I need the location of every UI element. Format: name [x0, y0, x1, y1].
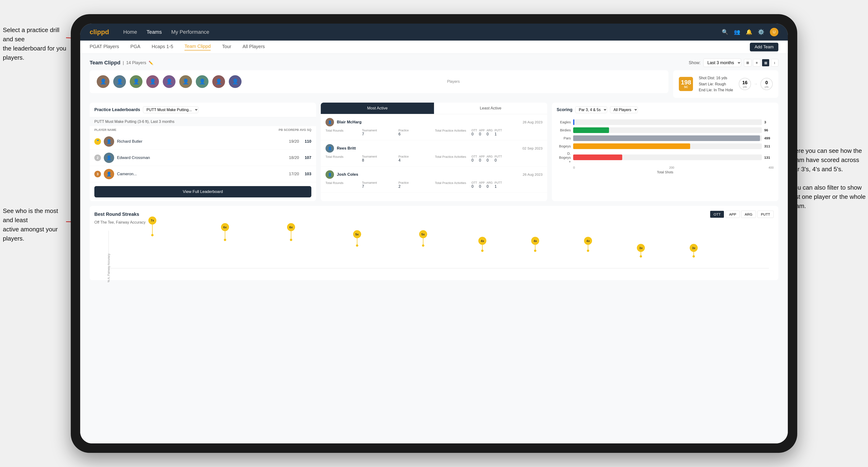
player-avatar-9[interactable]: 👤 [229, 75, 242, 88]
player-avatar-2[interactable]: 👤 [113, 75, 126, 88]
team-count: | [123, 60, 124, 65]
show-period-select[interactable]: Last 3 months Last month Last 6 months [703, 59, 741, 67]
annotation-top-left: Select a practice drill and seethe leade… [3, 26, 69, 62]
activity-stats-3: Total Rounds Tournament 7 Practice 2 Tot… [326, 181, 542, 189]
activity-player-1: 👤 Blair McHarg 26 Aug 2023 Total Rounds … [321, 114, 547, 140]
shot-circle-1: 16 yds [739, 78, 751, 90]
player-avatar-4[interactable]: 👤 [146, 75, 159, 88]
filter-putt[interactable]: PUTT [757, 211, 774, 218]
rank-badge-3: 3 [94, 171, 101, 177]
lb-avatar-2: 👤 [104, 153, 114, 163]
add-team-button[interactable]: Add Team [750, 43, 778, 52]
edit-team-icon[interactable]: ✏️ [149, 61, 153, 65]
scoring-card: Scoring Par 3, 4 & 5s All Players Eagles [552, 102, 778, 201]
show-controls: Show: Last 3 months Last month Last 6 mo… [689, 59, 778, 67]
subnav-tour[interactable]: Tour [222, 44, 231, 50]
players-label: Players [245, 80, 661, 84]
filter-ott[interactable]: OTT [710, 211, 724, 218]
subnav-pgat[interactable]: PGAT Players [90, 44, 119, 50]
shot-details: Shot Dist: 16 yds Start Lie: Rough End L… [699, 75, 733, 93]
scoring-par-filter[interactable]: Par 3, 4 & 5s [575, 106, 607, 113]
activity-name-1: Blair McHarg [337, 120, 362, 125]
tablet-screen: clippd Home Teams My Performance 🔍 👥 🔔 ⚙… [80, 24, 788, 443]
shot-circle-2: 0 yds [761, 78, 773, 90]
streaks-header: Best Round Streaks OTT APP ARG PUTT [94, 211, 774, 218]
streaks-section: Best Round Streaks OTT APP ARG PUTT Off … [90, 206, 778, 280]
card-view-btn[interactable]: ▦ [762, 59, 769, 66]
streak-point-3: 6x [287, 223, 295, 241]
most-active-tab[interactable]: Most Active [321, 102, 434, 114]
nav-links: Home Teams My Performance [123, 29, 722, 35]
bar-birdies [573, 127, 609, 133]
navbar: clippd Home Teams My Performance 🔍 👥 🔔 ⚙… [80, 24, 788, 40]
activity-date-2: 02 Sep 2023 [522, 146, 542, 150]
drill-select[interactable]: PUTT Must Make Putting... [143, 106, 198, 113]
lb-avatar-1: 👤 [104, 136, 114, 147]
subnav-teamclippd[interactable]: Team Clippd [184, 44, 211, 51]
leaderboard-row: 3 👤 Cameron... 17/20 103 [90, 166, 316, 182]
tablet-frame: clippd Home Teams My Performance 🔍 👥 🔔 ⚙… [71, 14, 797, 453]
bar-bogeys [573, 144, 690, 149]
nav-icons: 🔍 👥 🔔 ⚙️ U [722, 28, 778, 36]
chart-row-birdies: Birdies 96 [557, 127, 774, 133]
chart-area: 7x 6x 6x [108, 231, 769, 269]
settings-icon[interactable]: ⚙️ [758, 29, 764, 35]
list-view-btn[interactable]: ≡ [753, 59, 761, 66]
activity-stats-2: Total Rounds Tournament 8 Practice 4 Tot… [326, 155, 542, 162]
grid-view-btn[interactable]: ⊞ [744, 59, 751, 66]
user-avatar[interactable]: U [770, 28, 778, 36]
lb-score-3: 17/20 [289, 172, 299, 177]
chart-row-bogeys: Bogeys 311 [557, 144, 774, 149]
streaks-subtitle: Off The Tee, Fairway Accuracy [94, 220, 774, 224]
player-avatar-3[interactable]: 👤 [130, 75, 143, 88]
scoring-player-filter[interactable]: All Players [610, 106, 638, 113]
lb-name-3: Cameron... [117, 172, 286, 177]
rank-badge-2: 2 [94, 154, 101, 161]
team-title: Team Clippd [90, 60, 120, 66]
activity-date-1: 26 Aug 2023 [523, 120, 542, 124]
activity-card: Most Active Least Active 👤 Blair McHarg … [321, 102, 547, 201]
nav-performance[interactable]: My Performance [171, 29, 209, 35]
people-icon[interactable]: 👥 [734, 29, 740, 35]
players-row: 👤 👤 👤 👤 👤 👤 👤 👤 👤 Players [90, 70, 669, 93]
activity-name-2: Rees Britt [337, 146, 356, 151]
view-toggle: ⊞ ≡ ▦ ↕ [744, 59, 778, 66]
subnav-allplayers[interactable]: All Players [243, 44, 265, 50]
nav-home[interactable]: Home [123, 29, 137, 35]
least-active-tab[interactable]: Least Active [434, 102, 547, 114]
streak-point-9: 3x [637, 244, 645, 257]
lb-sq-2: 107 [305, 155, 311, 160]
subnav-pga[interactable]: PGA [130, 44, 140, 50]
scoring-chart: Eagles 3 Birdies 96 [552, 117, 778, 178]
player-avatar-6[interactable]: 👤 [179, 75, 192, 88]
practice-leaderboard-card: Practice Leaderboards PUTT Must Make Put… [90, 102, 316, 201]
streak-point-10: 3x [690, 244, 698, 257]
subnav-hcaps[interactable]: Hcaps 1-5 [152, 44, 173, 50]
activity-stats-1: Total Rounds Tournament 7 Practice 6 [326, 129, 542, 136]
streaks-title: Best Round Streaks [94, 212, 139, 217]
player-avatar-7[interactable]: 👤 [196, 75, 209, 88]
shot-info-card: 198 SC Shot Dist: 16 yds Start Lie: Roug… [673, 70, 778, 98]
filter-arg[interactable]: ARG [741, 211, 756, 218]
brand-logo: clippd [90, 28, 109, 36]
streak-point-2: 6x [221, 223, 229, 241]
nav-teams[interactable]: Teams [147, 29, 162, 35]
player-avatar-5[interactable]: 👤 [163, 75, 176, 88]
shot-badge-unit: SC [684, 85, 688, 89]
player-avatar-1[interactable]: 👤 [97, 75, 110, 88]
subnav: PGAT Players PGA Hcaps 1-5 Team Clippd T… [80, 40, 788, 54]
scoring-header: Scoring Par 3, 4 & 5s All Players [552, 102, 778, 117]
view-leaderboard-button[interactable]: View Full Leaderboard [94, 186, 311, 197]
activity-avatar-3: 👤 [326, 170, 334, 179]
bell-icon[interactable]: 🔔 [746, 29, 752, 35]
filter-app[interactable]: APP [725, 211, 740, 218]
lb-score-1: 19/20 [289, 139, 299, 144]
streak-point-7: 4x [531, 237, 539, 252]
search-icon[interactable]: 🔍 [722, 29, 728, 35]
sort-btn[interactable]: ↕ [771, 59, 778, 66]
bar-dbogeys [573, 154, 622, 160]
leaderboard-thead: PLAYER NAME PB SCORE PB AVG SQ [90, 126, 316, 133]
activity-avatar-2: 👤 [326, 144, 334, 153]
player-avatar-8[interactable]: 👤 [212, 75, 225, 88]
annotation-right: Here you can see how theteam have scored… [790, 146, 866, 211]
